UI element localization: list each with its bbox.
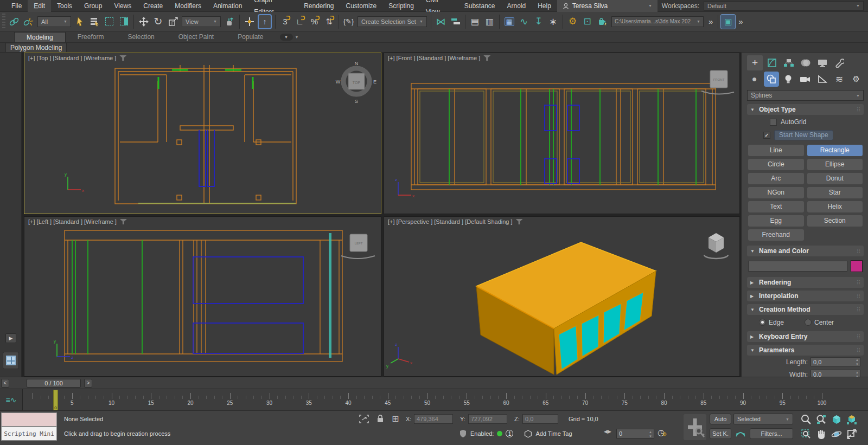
zoom-region-icon[interactable] (800, 428, 813, 441)
scripting-mini-listener[interactable]: Scripting Mini (1, 427, 57, 441)
y-coord-field[interactable]: 727,092 (468, 414, 507, 424)
z-coord-field[interactable]: 0,0 (522, 414, 558, 424)
snaps-toggle-icon[interactable]: 3 (278, 14, 292, 29)
shape-button-circle[interactable]: Circle (748, 159, 804, 170)
viewport-top-label[interactable]: [+] [Top ] [Standard ] [Wireframe ] (28, 55, 126, 61)
selected-key-filter-dropdown[interactable]: Selected ▼ (733, 414, 793, 424)
creation-method-header[interactable]: ▼ Creation Method ⠿ (747, 304, 864, 315)
motion-tab-icon[interactable] (797, 55, 813, 70)
start-new-shape-checkbox[interactable]: ✓ (763, 132, 770, 139)
shapes-category-icon[interactable] (764, 72, 778, 87)
time-configuration-icon[interactable]: ◷⚙ (658, 428, 665, 437)
orbit-icon[interactable] (830, 428, 843, 441)
menu-help[interactable]: Help (532, 0, 557, 12)
previous-key-button[interactable]: < (1, 379, 9, 388)
menu-rendering[interactable]: Rendering (298, 0, 340, 12)
angle-snap-toggle-icon[interactable]: ∟ (293, 14, 307, 29)
modify-tab-icon[interactable] (764, 55, 780, 70)
zoom-all-icon[interactable] (815, 413, 828, 426)
toolbar-overflow-chevron[interactable]: » (706, 17, 716, 26)
keyboard-entry-header[interactable]: ▶ Keyboard Entry ⠿ (747, 331, 864, 342)
front-viewport-canvas[interactable]: z x FRONT (384, 53, 740, 214)
shape-button-star[interactable]: Star (807, 187, 863, 198)
next-key-button[interactable]: > (84, 379, 92, 388)
interpolation-header[interactable]: ▶ Interpolation ⠿ (747, 291, 864, 301)
viewcube-left[interactable]: LEFT (341, 234, 375, 259)
spinner-arrows-icon[interactable]: ▲▼ (856, 370, 859, 377)
shield-icon[interactable] (459, 429, 467, 438)
x-coord-field[interactable]: 479,364 (414, 414, 453, 424)
ribbon-options-icon[interactable]: ▼ (295, 35, 299, 39)
render-production-icon[interactable] (595, 14, 609, 29)
select-and-scale-icon[interactable] (166, 14, 180, 29)
menu-views[interactable]: Views (108, 0, 137, 12)
filter-funnel-icon[interactable] (120, 219, 127, 224)
render-setup-icon[interactable]: ⚙ (566, 14, 579, 29)
shape-button-ngon[interactable]: NGon (748, 187, 804, 198)
add-time-tag-label[interactable]: Add Time Tag (535, 430, 572, 437)
ribbon-tab-populate[interactable]: Populate (226, 32, 275, 42)
select-and-link-icon[interactable] (7, 14, 21, 29)
ribbon-tab-object-paint[interactable]: Object Paint (167, 32, 226, 42)
ribbon-minimize-icon[interactable]: ▼ (280, 34, 293, 41)
menu-group[interactable]: Group (78, 0, 108, 12)
helpers-category-icon[interactable] (815, 72, 829, 87)
select-and-rotate-icon[interactable]: ↻ (151, 14, 165, 29)
spinner-arrows-icon[interactable]: ▲▼ (649, 430, 652, 438)
display-tab-icon[interactable] (814, 55, 830, 70)
zoom-icon[interactable] (800, 413, 813, 426)
absolute-relative-toggle-icon[interactable]: ⊞ (392, 414, 399, 424)
isolate-selection-icon[interactable] (359, 415, 369, 424)
cameras-category-icon[interactable] (798, 72, 813, 87)
expand-toolbar-button[interactable]: ▶ (5, 333, 16, 343)
keyboard-shortcut-override-toggle[interactable]: ↑ (258, 14, 272, 29)
polygon-modeling-panel[interactable]: Polygon Modeling (5, 43, 67, 53)
align-icon[interactable] (449, 14, 462, 29)
perspective-viewport-canvas[interactable]: z x y (384, 217, 740, 377)
frame-range-display[interactable]: 0 / 100 (27, 379, 81, 388)
edge-radio[interactable]: Edge (759, 319, 784, 326)
filter-funnel-icon[interactable] (483, 55, 490, 61)
viewport-perspective[interactable]: [+] [Perspective ] [Standard ] [Default … (384, 216, 740, 377)
zoom-extents-all-icon[interactable] (845, 413, 858, 426)
left-viewport-canvas[interactable]: y z LEFT (24, 217, 381, 377)
width-spinner[interactable]: 0,0 ▲▼ (810, 370, 860, 377)
menu-arnold[interactable]: Arnold (501, 0, 532, 12)
systems-category-icon[interactable]: ⚙ (849, 72, 864, 87)
auto-key-button[interactable]: Auto (710, 414, 731, 424)
viewcube-3d[interactable] (704, 233, 728, 259)
shape-button-rectangle[interactable]: Rectangle (807, 145, 863, 156)
top-viewport-canvas[interactable]: y x TOP N S E W (24, 53, 381, 214)
toggle-layer-explorer-icon[interactable]: ▥ (483, 14, 496, 29)
timeline-ruler[interactable]: 5101520253035404550556065707580859095100… (23, 389, 868, 411)
toolbar-overflow-chevron-2[interactable]: » (736, 17, 745, 26)
name-color-header[interactable]: ▼ Name and Color ⠿ (747, 246, 864, 256)
shape-button-text[interactable]: Text (748, 201, 804, 212)
user-account-dropdown[interactable]: Teresa Silva ▼ (557, 0, 658, 12)
viewport-front[interactable]: [+] [Front ] [Standard ] [Wireframe ] (384, 53, 740, 214)
open-mini-curve-editor-button[interactable]: ≡∿ (0, 389, 23, 411)
menu-customize[interactable]: Customize (340, 0, 383, 12)
rendered-frame-window-icon[interactable]: ⊡ (580, 14, 594, 29)
start-new-shape-button[interactable]: Start New Shape (774, 130, 833, 140)
current-frame-field[interactable]: 0 ▲▼ (616, 429, 654, 438)
curve-editor-icon[interactable]: ∿ (517, 14, 531, 29)
rendering-header[interactable]: ▶ Rendering ⠿ (747, 277, 864, 288)
unlink-selection-icon[interactable] (22, 14, 35, 29)
autogrid-checkbox[interactable] (770, 119, 777, 126)
menu-animation[interactable]: Animation (207, 0, 248, 12)
toggle-ribbon-icon[interactable]: ▦ (502, 14, 516, 29)
select-object-icon[interactable] (73, 14, 87, 29)
workspace-dropdown[interactable]: Default ▼ (704, 1, 864, 11)
length-spinner[interactable]: 0,0 ▲▼ (810, 357, 860, 366)
use-pivot-point-icon[interactable] (223, 14, 237, 29)
filter-funnel-icon[interactable] (516, 219, 523, 224)
shape-button-arc[interactable]: Arc (748, 173, 804, 184)
percent-snap-toggle-icon[interactable]: % (308, 14, 321, 29)
frame-step-arrows-icon[interactable]: ◀▶ (604, 429, 611, 434)
window-crossing-toggle-icon[interactable] (117, 14, 131, 29)
viewport-front-label[interactable]: [+] [Front ] [Standard ] [Wireframe ] (388, 55, 490, 61)
viewcube-front[interactable]: FRONT (701, 70, 734, 94)
utilities-tab-icon[interactable] (831, 55, 847, 70)
shape-button-helix[interactable]: Helix (807, 201, 863, 212)
